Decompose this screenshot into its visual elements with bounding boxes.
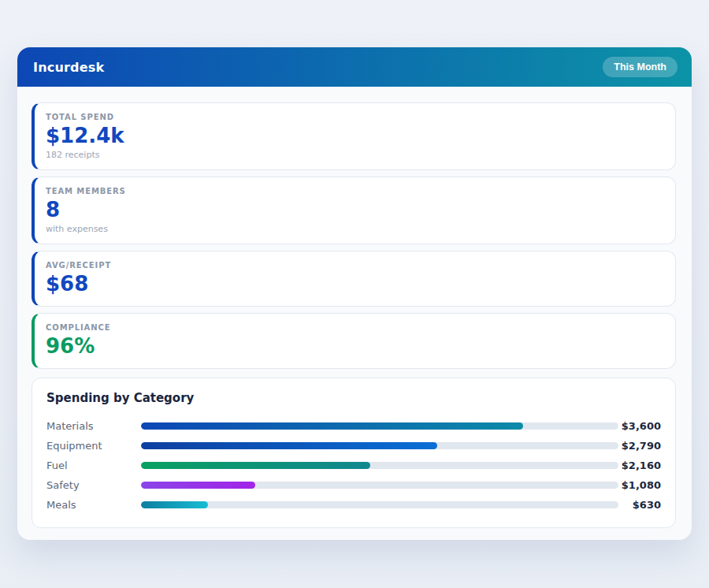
bar-track — [141, 501, 618, 508]
chart-title: Spending by Category — [46, 391, 661, 405]
bar-fill — [141, 422, 523, 430]
category-value: $2,790 — [618, 440, 661, 452]
chart-row: Materials $3,600 — [46, 416, 661, 436]
category-label: Meals — [46, 499, 141, 511]
stat-subtext: 182 receipts — [46, 150, 661, 160]
category-value: $3,600 — [618, 420, 661, 432]
stat-label: TEAM MEMBERS — [46, 187, 661, 195]
stat-card: TEAM MEMBERS 8 with expenses — [32, 177, 676, 244]
category-value: $630 — [618, 499, 661, 511]
stat-value: $12.4k — [46, 125, 661, 148]
bar-track — [141, 482, 618, 489]
category-value: $1,080 — [618, 479, 661, 491]
period-badge[interactable]: This Month — [603, 57, 677, 77]
category-label: Fuel — [46, 460, 141, 471]
dashboard-card: Incurdesk This Month TOTAL SPEND $12.4k … — [17, 47, 692, 540]
stat-card: COMPLIANCE 96% — [32, 313, 676, 369]
spending-chart-card: Spending by Category Materials $3,600 Eq… — [32, 378, 676, 528]
stat-label: AVG/RECEIPT — [46, 261, 661, 270]
bar-fill — [141, 501, 208, 508]
stat-card: TOTAL SPEND $12.4k 182 receipts — [32, 102, 676, 170]
category-label: Materials — [46, 420, 141, 432]
stat-label: TOTAL SPEND — [46, 113, 661, 121]
app-header: Incurdesk This Month — [17, 47, 692, 87]
category-label: Safety — [46, 479, 141, 491]
bar-fill — [141, 442, 437, 449]
stat-subtext: with expenses — [46, 224, 661, 234]
category-value: $2,160 — [618, 460, 661, 471]
bar-track — [141, 462, 618, 469]
chart-rows: Materials $3,600 Equipment $2,790 Fuel $… — [46, 416, 661, 515]
chart-row: Fuel $2,160 — [46, 456, 661, 475]
bar-track — [141, 442, 618, 449]
app-title: Incurdesk — [33, 60, 104, 75]
bar-track — [141, 422, 618, 430]
stat-label: COMPLIANCE — [46, 323, 661, 332]
stat-value: $68 — [46, 273, 661, 296]
stats-list: TOTAL SPEND $12.4k 182 receipts TEAM MEM… — [32, 102, 676, 369]
category-label: Equipment — [46, 440, 141, 452]
chart-row: Safety $1,080 — [46, 475, 661, 495]
stat-value: 96% — [46, 335, 661, 359]
chart-row: Equipment $2,790 — [46, 436, 661, 456]
bar-fill — [141, 462, 370, 469]
stat-value: 8 — [46, 199, 661, 222]
dashboard-body: TOTAL SPEND $12.4k 182 receipts TEAM MEM… — [17, 87, 692, 540]
stat-card: AVG/RECEIPT $68 — [32, 251, 676, 307]
bar-fill — [141, 482, 255, 489]
chart-row: Meals $630 — [46, 495, 661, 515]
